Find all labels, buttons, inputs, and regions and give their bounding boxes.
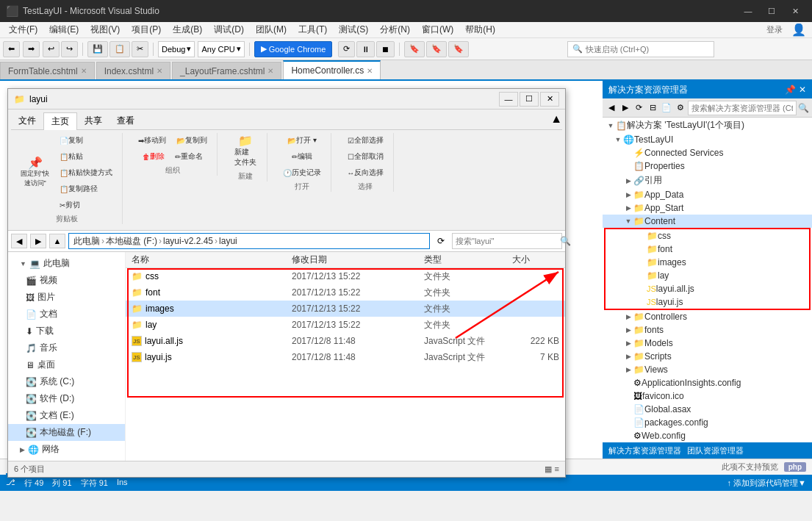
col-type[interactable]: 类型	[418, 254, 506, 266]
sol-close-icon[interactable]: ✕	[799, 85, 806, 95]
tab-index[interactable]: Index.cshtml ✕	[96, 62, 170, 79]
sol-footer-solution-tab[interactable]: 解决方案资源管理器	[608, 445, 681, 456]
sol-properties-button[interactable]: ⚙	[674, 101, 686, 115]
view-detail-icon[interactable]: ≡	[555, 464, 559, 474]
ribbon-collapse-icon[interactable]: ▲	[142, 112, 562, 129]
tree-layui-all-js[interactable]: JS layui.all.js	[606, 282, 809, 295]
edit-button[interactable]: ✏编辑	[288, 149, 316, 164]
ribbon-tab-home[interactable]: 主页	[43, 112, 77, 130]
toolbar-icon-2[interactable]: 📋	[109, 41, 130, 57]
col-date[interactable]: 修改日期	[286, 254, 418, 266]
tree-scripts[interactable]: ▶ 📁 Scripts	[603, 350, 812, 363]
tree-favicon[interactable]: 🖼 favicon.ico	[603, 389, 812, 403]
tree-connected-services[interactable]: ⚡ Connected Services	[603, 146, 812, 159]
tab-formtable[interactable]: FormTable.cshtml ✕	[0, 62, 95, 79]
tree-project[interactable]: ▼ 🌐 TestLayUI	[603, 133, 812, 146]
menu-project[interactable]: 项目(P)	[126, 22, 167, 37]
toolbar-icon-7[interactable]: 🔖	[404, 41, 425, 57]
copy-to-button[interactable]: 📂复制到	[173, 133, 211, 148]
tree-app-start[interactable]: ▶ 📁 App_Start	[603, 201, 812, 215]
pin-button[interactable]: 📌 固定到"快速访问"	[17, 155, 53, 190]
menu-help[interactable]: 帮助(H)	[459, 22, 501, 37]
file-item-lay[interactable]: 📁 lay 2017/12/13 15:22 文件夹	[126, 317, 565, 333]
cpu-config-dropdown[interactable]: Any CPU ▾	[198, 41, 244, 57]
tab-close-homecontroller[interactable]: ✕	[367, 67, 373, 75]
history-button[interactable]: 🕐历史记录	[279, 165, 325, 180]
undo-button[interactable]: ↩	[43, 41, 60, 57]
tree-models[interactable]: ▶ 📁 Models	[603, 337, 812, 350]
sidebar-pc[interactable]: ▼ 💻 此电脑	[8, 255, 125, 272]
file-item-layui-all[interactable]: JS layui.all.js 2017/12/8 11:48 JavaScri…	[126, 333, 565, 349]
sidebar-pictures[interactable]: 🖼 图片	[8, 289, 125, 306]
tree-css[interactable]: 📁 css	[606, 229, 809, 242]
tree-font[interactable]: 📁 font	[606, 242, 809, 256]
run-chrome-button[interactable]: ▶ Google Chrome	[254, 41, 333, 57]
add-to-source-button[interactable]: ↑ 添加到源代码管理▼	[727, 478, 806, 489]
sidebar-d[interactable]: 💽 软件 (D:)	[8, 390, 125, 407]
menu-tools[interactable]: 工具(T)	[292, 22, 333, 37]
toolbar-icon-3[interactable]: ✂	[132, 41, 148, 57]
sol-refresh-button[interactable]: ⟳	[633, 101, 645, 115]
menu-window[interactable]: 窗口(W)	[416, 22, 459, 37]
code-editor[interactable]: 📁 layui — ☐ ✕ 文件 主页 共享 查看 ▲	[0, 81, 603, 459]
col-size[interactable]: 大小	[506, 254, 565, 266]
fe-close[interactable]: ✕	[540, 92, 559, 107]
rename-button[interactable]: ✏重命名	[171, 149, 206, 164]
toolbar-icon-5[interactable]: ⏸	[356, 41, 375, 57]
toolbar-icon-9[interactable]: 🔖	[448, 41, 469, 57]
quick-search-input[interactable]	[586, 45, 709, 54]
open-button[interactable]: 📂打开 ▾	[284, 133, 320, 148]
toolbar-icon-1[interactable]: 💾	[87, 41, 108, 57]
tree-solution[interactable]: ▼ 📋 解决方案 'TestLayUI'(1个项目)	[603, 118, 812, 133]
sol-search-input[interactable]	[688, 101, 797, 115]
tree-app-data[interactable]: ▶ 📁 App_Data	[603, 188, 812, 201]
toolbar-icon-4[interactable]: ⟳	[338, 41, 355, 57]
tree-controllers[interactable]: ▶ 📁 Controllers	[603, 310, 812, 323]
back-button[interactable]: ⬅	[3, 41, 20, 57]
menu-debug[interactable]: 调试(D)	[208, 22, 250, 37]
tree-images[interactable]: 📁 images	[606, 256, 809, 269]
search-input[interactable]	[453, 237, 560, 245]
fe-maximize[interactable]: ☐	[520, 92, 539, 107]
fe-minimize[interactable]: —	[499, 92, 518, 107]
tab-close-formtable[interactable]: ✕	[81, 67, 87, 75]
sol-forward-button[interactable]: ▶	[619, 101, 632, 115]
addr-forward[interactable]: ▶	[30, 234, 46, 248]
menu-file[interactable]: 文件(F)	[3, 22, 43, 37]
tree-web-config[interactable]: ⚙ Web.config	[603, 429, 812, 442]
redo-button[interactable]: ↪	[61, 41, 78, 57]
file-item-layui[interactable]: JS layui.js 2017/12/8 11:48 JavaScript 文…	[126, 349, 565, 365]
tab-layoutframe[interactable]: _LayoutFrame.cshtml ✕	[172, 62, 281, 79]
addr-back[interactable]: ◀	[11, 234, 27, 248]
paste-button[interactable]: 📋 粘贴	[56, 149, 116, 164]
menu-build[interactable]: 生成(B)	[167, 22, 208, 37]
delete-button[interactable]: 🗑删除	[139, 149, 168, 164]
tree-packages-config[interactable]: 📄 packages.config	[603, 416, 812, 429]
tree-lay[interactable]: 📁 lay	[606, 269, 809, 282]
sidebar-e[interactable]: 💽 文档 (E:)	[8, 407, 125, 424]
tree-content[interactable]: ▼ 📁 Content	[603, 215, 812, 228]
copy-button[interactable]: 📄 复制	[56, 133, 116, 148]
toolbar-icon-8[interactable]: 🔖	[426, 41, 447, 57]
new-folder-button[interactable]: 📁 新建文件夹	[231, 133, 260, 170]
sidebar-video[interactable]: 🎬 视频	[8, 272, 125, 289]
menu-team[interactable]: 团队(M)	[250, 22, 292, 37]
tab-homecontroller[interactable]: HomeController.cs ✕	[283, 60, 381, 79]
tab-close-index[interactable]: ✕	[157, 67, 162, 75]
tree-fonts[interactable]: ▶ 📁 fonts	[603, 323, 812, 337]
tree-layui-js[interactable]: JS layui.js	[606, 295, 809, 309]
tree-ai-config[interactable]: ⚙ ApplicationInsights.config	[603, 376, 812, 389]
address-path[interactable]: 此电脑 › 本地磁盘 (F:) › layui-v2.2.45 › layui	[68, 233, 430, 249]
move-to-button[interactable]: ➡移动到	[134, 133, 170, 148]
file-item-css[interactable]: 📁 css 2017/12/13 15:22 文件夹	[126, 268, 565, 284]
close-button[interactable]: ✕	[784, 4, 806, 18]
sidebar-f[interactable]: 💽 本地磁盘 (F:)	[8, 424, 125, 441]
addr-refresh-button[interactable]: ⟳	[433, 233, 449, 249]
paste-shortcut-button[interactable]: 📋 粘贴快捷方式	[56, 165, 116, 180]
sidebar-c[interactable]: 💽 系统 (C:)	[8, 373, 125, 390]
sol-show-files-button[interactable]: 📄	[661, 101, 673, 115]
sidebar-music[interactable]: 🎵 音乐	[8, 339, 125, 356]
invert-select-button[interactable]: ↔反向选择	[343, 165, 387, 180]
tree-references[interactable]: ▶ 🔗 引用	[603, 173, 812, 188]
view-list-icon[interactable]: ▦	[545, 464, 552, 474]
